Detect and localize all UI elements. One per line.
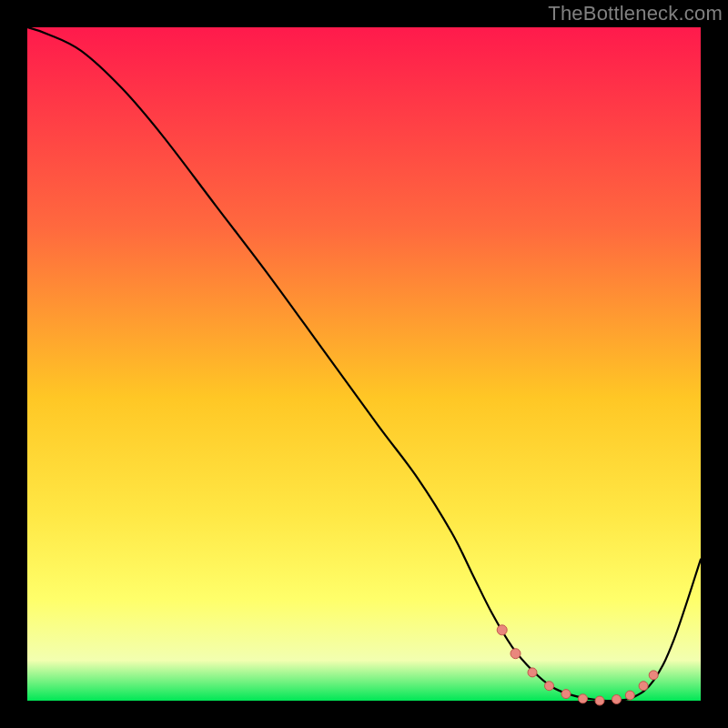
curve-marker: [528, 668, 537, 677]
chart-svg: [0, 0, 728, 728]
curve-marker: [595, 696, 604, 705]
curve-marker: [579, 694, 588, 703]
watermark-text: TheBottleneck.com: [548, 2, 723, 25]
curve-marker: [639, 682, 648, 691]
curve-marker: [612, 695, 622, 704]
curve-marker: [561, 690, 571, 699]
curve-marker: [649, 671, 658, 680]
curve-marker: [511, 649, 521, 659]
curve-marker: [545, 682, 554, 691]
chart-frame: { "watermark": "TheBottleneck.com", "col…: [0, 0, 728, 728]
curve-marker: [625, 691, 634, 700]
curve-marker: [497, 625, 507, 635]
gradient-plot-area: [27, 27, 701, 701]
